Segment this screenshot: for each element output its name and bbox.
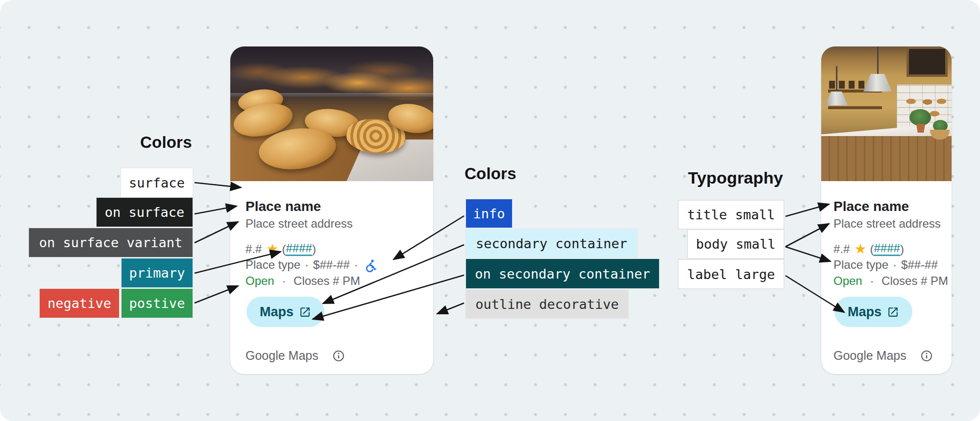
- maps-button[interactable]: Maps: [246, 297, 324, 327]
- price-range: $##-##: [901, 257, 938, 272]
- typography-label-large: label large: [678, 259, 784, 289]
- swatch-primary: primary: [121, 257, 194, 288]
- star-icon: ★: [266, 242, 278, 256]
- attribution-text: Google Maps: [245, 349, 318, 363]
- maps-button[interactable]: Maps: [834, 297, 912, 327]
- swatch-secondary-container: secondary container: [465, 228, 638, 258]
- spec-board: Colors Colors Typography surface on surf…: [0, 0, 980, 421]
- card-body: Place name Place street address #.# ★ ( …: [230, 181, 433, 363]
- swatch-surface: surface: [120, 167, 194, 198]
- place-name: Place name: [245, 198, 425, 214]
- typography-heading: Typography: [688, 168, 783, 187]
- typography-title-small: title small: [678, 200, 784, 230]
- hours-line: Open · Closes # PM: [245, 274, 425, 288]
- place-street-address: Place street address: [833, 216, 944, 231]
- rating-line: #.# ★ ( #### ): [245, 241, 425, 257]
- paren-open: (: [282, 242, 286, 256]
- place-type: Place type: [833, 257, 888, 272]
- rating-value: #.#: [833, 242, 850, 256]
- place-type-line: Place type · $##-##: [833, 257, 944, 272]
- attribution-text: Google Maps: [833, 349, 906, 363]
- star-icon: ★: [854, 242, 866, 256]
- price-range: $##-##: [313, 257, 350, 272]
- info-icon[interactable]: [332, 349, 345, 363]
- wheelchair-accessible-icon: [364, 259, 377, 272]
- paren-close: ): [312, 242, 316, 256]
- closes-text: Closes # PM: [882, 274, 948, 287]
- place-type: Place type: [245, 257, 300, 272]
- swatch-on-surface-variant: on surface variant: [28, 227, 194, 258]
- attribution-row: Google Maps: [833, 349, 944, 363]
- middle-colors-heading: Colors: [465, 164, 516, 183]
- open-status: Open: [833, 274, 862, 287]
- separator-dot: ·: [870, 274, 874, 287]
- review-count-link[interactable]: ####: [286, 242, 312, 256]
- place-street-address: Place street address: [245, 216, 425, 231]
- paren-close: ): [900, 242, 904, 256]
- swatch-outline-decorative: outline decorative: [465, 289, 629, 319]
- swatch-positive: postive: [121, 288, 194, 319]
- info-icon[interactable]: [920, 349, 933, 363]
- paren-open: (: [870, 242, 874, 256]
- place-type-line: Place type · $##-## ·: [245, 257, 425, 272]
- separator-dot: ·: [282, 274, 286, 287]
- rating-value: #.#: [245, 242, 262, 256]
- card-body: Place name Place street address #.# ★ ( …: [821, 181, 952, 363]
- review-count-link[interactable]: ####: [874, 242, 900, 256]
- external-link-icon: [299, 306, 311, 318]
- separator-dot: ·: [893, 257, 897, 272]
- external-link-icon: [887, 306, 899, 318]
- maps-button-label: Maps: [848, 305, 882, 319]
- closes-text: Closes # PM: [294, 274, 360, 287]
- separator-dot: ·: [354, 257, 358, 272]
- place-name: Place name: [833, 198, 944, 214]
- typography-body-small: body small: [687, 229, 784, 259]
- place-card-bakery: Place name Place street address #.# ★ ( …: [230, 47, 433, 374]
- swatch-negative: negative: [39, 288, 120, 319]
- design-spec-canvas: Colors Colors Typography surface on surf…: [0, 0, 980, 421]
- left-colors-heading: Colors: [140, 133, 192, 152]
- maps-button-label: Maps: [260, 305, 294, 319]
- swatch-on-surface: on surface: [96, 197, 194, 228]
- place-photo-cafe: [821, 47, 952, 181]
- separator-dot: ·: [305, 257, 309, 272]
- swatch-on-secondary-container: on secondary container: [465, 258, 660, 289]
- swatch-info: info: [465, 198, 513, 229]
- open-status: Open: [245, 274, 274, 287]
- attribution-row: Google Maps: [245, 349, 425, 363]
- place-card-cafe: Place name Place street address #.# ★ ( …: [821, 47, 952, 374]
- rating-line: #.# ★ ( #### ): [833, 241, 944, 257]
- hours-line: Open · Closes # PM: [833, 274, 944, 288]
- place-photo-bakery: [230, 47, 433, 181]
